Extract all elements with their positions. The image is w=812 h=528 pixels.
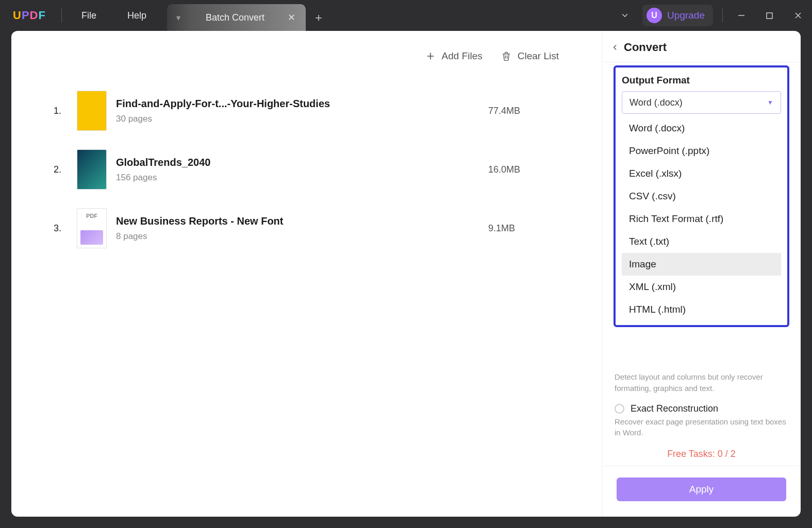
file-number: 3. bbox=[42, 223, 65, 234]
chevron-down-icon bbox=[620, 11, 629, 20]
clear-list-button[interactable]: Clear List bbox=[492, 46, 568, 66]
output-format-dropdown: Word (.docx)PowerPoint (.pptx)Excel (.xl… bbox=[622, 117, 781, 321]
tab-area: ▾ Batch Convert ✕ ＋ bbox=[167, 0, 332, 31]
logo-letter: F bbox=[38, 9, 45, 22]
menu-file[interactable]: File bbox=[66, 0, 112, 31]
caret-down-icon: ▼ bbox=[767, 99, 773, 106]
file-info: Find-and-Apply-For-t...-Your-Higher-Stud… bbox=[116, 98, 488, 124]
window-maximize-button[interactable] bbox=[755, 5, 784, 26]
window-close-button[interactable] bbox=[784, 5, 812, 26]
file-pages: 156 pages bbox=[116, 173, 488, 183]
file-info: New Business Reports - New Font 8 pages bbox=[116, 215, 488, 242]
file-info: GlobalTrends_2040 156 pages bbox=[116, 157, 488, 183]
output-format-label: Output Format bbox=[622, 75, 781, 86]
apply-bar: Apply bbox=[602, 466, 801, 517]
layout-options: Detect layout and columns but only recov… bbox=[602, 366, 801, 466]
menu-help[interactable]: Help bbox=[112, 0, 162, 31]
format-option[interactable]: Text (.txt) bbox=[622, 230, 781, 253]
logo-letter: P bbox=[22, 9, 30, 22]
file-pages: 30 pages bbox=[116, 114, 488, 124]
convert-panel: Convert Output Format Word (.docx) ▼ Wor… bbox=[602, 31, 801, 517]
titlebar: UPDF File Help ▾ Batch Convert ✕ ＋ U Upg… bbox=[0, 0, 812, 31]
upgrade-button[interactable]: U Upgrade bbox=[642, 5, 713, 26]
exact-reconstruction-desc: Recover exact page presentation using te… bbox=[615, 416, 788, 439]
add-files-label: Add Files bbox=[442, 50, 483, 62]
file-thumbnail bbox=[77, 91, 107, 131]
separator bbox=[722, 8, 723, 23]
file-row[interactable]: 1. Find-and-Apply-For-t...-Your-Higher-S… bbox=[42, 81, 571, 140]
clear-list-label: Clear List bbox=[518, 50, 559, 62]
file-name: New Business Reports - New Font bbox=[116, 215, 488, 227]
file-number: 1. bbox=[42, 106, 65, 116]
file-number: 2. bbox=[42, 164, 65, 175]
retain-layout-desc: Detect layout and columns but only recov… bbox=[615, 371, 788, 394]
exact-reconstruction-label: Exact Reconstruction bbox=[631, 403, 718, 414]
format-option[interactable]: CSV (.csv) bbox=[622, 185, 781, 208]
separator bbox=[61, 8, 62, 23]
apply-button[interactable]: Apply bbox=[617, 478, 786, 501]
convert-body: Output Format Word (.docx) ▼ Word (.docx… bbox=[602, 62, 801, 366]
trash-icon bbox=[501, 50, 511, 62]
titlebar-right: U Upgrade bbox=[607, 5, 812, 26]
chevron-left-icon bbox=[611, 42, 619, 53]
output-format-select[interactable]: Word (.docx) ▼ bbox=[622, 91, 781, 114]
minimize-icon bbox=[738, 12, 745, 19]
tab-add-button[interactable]: ＋ bbox=[306, 4, 332, 31]
window-menu-dropdown[interactable] bbox=[607, 11, 642, 20]
close-icon bbox=[794, 12, 802, 19]
file-name: GlobalTrends_2040 bbox=[116, 157, 488, 168]
back-button[interactable] bbox=[609, 40, 624, 55]
file-thumbnail bbox=[77, 149, 107, 190]
caret-down-icon: ▾ bbox=[176, 13, 180, 23]
workspace: Add Files Clear List 1. Find-and-Apply-F… bbox=[11, 31, 801, 517]
output-format-highlight: Output Format Word (.docx) ▼ Word (.docx… bbox=[614, 65, 789, 327]
free-tasks-counter: Free Tasks: 0 / 2 bbox=[615, 449, 788, 459]
logo-letter: U bbox=[13, 9, 22, 22]
main-panel: Add Files Clear List 1. Find-and-Apply-F… bbox=[11, 31, 602, 517]
format-option[interactable]: PowerPoint (.pptx) bbox=[622, 140, 781, 162]
tab-batch-convert[interactable]: Batch Convert ✕ bbox=[190, 4, 306, 31]
maximize-icon bbox=[766, 12, 773, 19]
plus-icon bbox=[425, 51, 436, 61]
radio-icon bbox=[615, 404, 624, 414]
file-list: 1. Find-and-Apply-For-t...-Your-Higher-S… bbox=[37, 71, 576, 268]
add-files-button[interactable]: Add Files bbox=[416, 46, 492, 66]
upgrade-badge-icon: U bbox=[647, 8, 662, 23]
tab-close-button[interactable]: ✕ bbox=[288, 12, 295, 23]
upgrade-label: Upgrade bbox=[667, 10, 705, 21]
file-row[interactable]: 2. GlobalTrends_2040 156 pages 16.0MB bbox=[42, 140, 571, 199]
exact-reconstruction-option[interactable]: Exact Reconstruction bbox=[615, 403, 788, 414]
file-size: 16.0MB bbox=[488, 164, 571, 175]
file-row[interactable]: 3. New Business Reports - New Font 8 pag… bbox=[42, 199, 571, 258]
convert-title: Convert bbox=[624, 41, 667, 54]
file-name: Find-and-Apply-For-t...-Your-Higher-Stud… bbox=[116, 98, 488, 110]
file-list-card: Add Files Clear List 1. Find-and-Apply-F… bbox=[37, 46, 576, 501]
format-option[interactable]: Image bbox=[622, 253, 781, 276]
convert-header: Convert bbox=[602, 31, 801, 62]
tab-list-dropdown[interactable]: ▾ bbox=[167, 4, 190, 31]
app-logo: UPDF bbox=[13, 9, 46, 22]
format-option[interactable]: XML (.xml) bbox=[622, 276, 781, 298]
format-option[interactable]: HTML (.html) bbox=[622, 298, 781, 321]
logo-letter: D bbox=[30, 9, 39, 22]
file-thumbnail bbox=[77, 208, 107, 248]
format-option[interactable]: Word (.docx) bbox=[622, 117, 781, 140]
file-size: 77.4MB bbox=[488, 106, 571, 116]
format-option[interactable]: Rich Text Format (.rtf) bbox=[622, 208, 781, 230]
file-pages: 8 pages bbox=[116, 231, 488, 242]
tab-title: Batch Convert bbox=[206, 12, 264, 23]
file-size: 9.1MB bbox=[488, 223, 571, 234]
output-format-value: Word (.docx) bbox=[629, 97, 683, 108]
window-minimize-button[interactable] bbox=[727, 5, 755, 26]
svg-rect-1 bbox=[767, 13, 772, 19]
file-toolbar: Add Files Clear List bbox=[37, 46, 576, 71]
format-option[interactable]: Excel (.xlsx) bbox=[622, 162, 781, 185]
